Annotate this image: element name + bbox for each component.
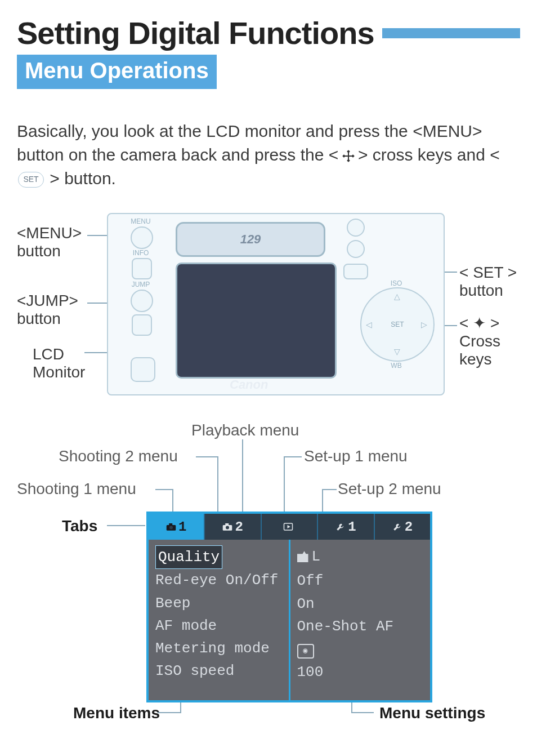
- tab-playback[interactable]: [262, 514, 318, 540]
- label-shooting2-menu: Shooting 2 menu: [59, 447, 178, 465]
- camera-jump-button[interactable]: [131, 290, 153, 312]
- tab-number: 2: [405, 519, 413, 535]
- camera-control-dial[interactable]: SET △ ▽ ◁ ▷: [360, 287, 435, 362]
- camera-play-button[interactable]: [132, 314, 152, 336]
- svg-marker-12: [288, 525, 290, 528]
- cross-keys-icon: [343, 151, 353, 161]
- menu-value: On: [297, 593, 424, 615]
- label-tabs: Tabs: [62, 517, 97, 535]
- camera-menu-button[interactable]: [131, 226, 153, 249]
- menu-value: One-Shot AF: [297, 615, 424, 638]
- menu-item[interactable]: Red-eye On/Off: [155, 569, 282, 592]
- play-icon: [283, 522, 293, 531]
- tab-shooting1[interactable]: 1: [149, 514, 205, 540]
- camera-ael-button[interactable]: [347, 219, 365, 237]
- tab-number: 1: [178, 519, 186, 535]
- camera-icon: [222, 522, 232, 531]
- label-menu-settings: Menu settings: [379, 704, 485, 722]
- label-setup2-menu: Set-up 2 menu: [338, 480, 441, 498]
- menu-item[interactable]: ISO speed: [155, 660, 282, 682]
- label-menu-items: Menu items: [73, 704, 160, 722]
- label-setup1-menu: Set-up 1 menu: [304, 447, 408, 465]
- camera-top-lcd: 129: [176, 222, 325, 257]
- tab-number: 2: [235, 519, 243, 535]
- camera-trash-button[interactable]: [131, 357, 155, 382]
- intro-paragraph: Basically, you look at the LCD monitor a…: [17, 119, 520, 190]
- svg-rect-6: [169, 523, 172, 526]
- menu-screenshot: 1212 QualityRed-eye On/OffBeepAF modeMet…: [146, 512, 432, 702]
- quality-icon: [297, 551, 308, 562]
- set-button-icon: SET: [18, 172, 44, 188]
- menu-settings-column: LOffOnOne-Shot AF◉100: [290, 540, 431, 700]
- camera-brand: Canon: [230, 377, 268, 392]
- svg-point-7: [169, 526, 173, 530]
- menu-item[interactable]: Beep: [155, 592, 282, 615]
- camera-afpt-button[interactable]: [347, 240, 365, 258]
- camera-iso-glyph-label: ISO: [385, 279, 408, 287]
- menu-item[interactable]: Quality: [155, 545, 282, 569]
- menu-value: 100: [297, 661, 424, 683]
- camera-illustration: <MENU> button <JUMP> button LCD Monitor …: [17, 213, 520, 404]
- camera-drive-button[interactable]: [343, 264, 368, 279]
- camera-info-glyph-label: INFO: [129, 249, 152, 257]
- camera-menu-glyph-label: MENU: [129, 217, 152, 225]
- menu-item[interactable]: Metering mode: [155, 637, 282, 660]
- evaluative-metering-icon: ◉: [297, 644, 314, 659]
- tab-setup2[interactable]: 2: [375, 514, 430, 540]
- tab-setup1[interactable]: 1: [318, 514, 374, 540]
- menu-value: L: [297, 545, 424, 570]
- wrench-icon: [392, 522, 402, 531]
- label-playback-menu: Playback menu: [191, 421, 299, 439]
- camera-info-button[interactable]: [132, 258, 152, 279]
- title-accent-bar: [382, 28, 520, 38]
- svg-rect-9: [226, 523, 229, 526]
- camera-jump-glyph-label: JUMP: [129, 281, 152, 288]
- page-title: Setting Digital Functions: [17, 15, 374, 51]
- camera-lcd-screen: [176, 263, 337, 379]
- menu-item[interactable]: AF mode: [155, 615, 282, 637]
- wrench-icon: [335, 522, 346, 531]
- tab-shooting2[interactable]: 2: [205, 514, 261, 540]
- camera-wb-glyph-label: WB: [385, 362, 408, 370]
- menu-value: ◉: [297, 638, 424, 660]
- camera-icon: [166, 522, 176, 531]
- menu-diagram: Playback menu Shooting 2 menu Set-up 1 m…: [17, 421, 520, 756]
- label-shooting1-menu: Shooting 1 menu: [17, 480, 136, 498]
- menu-value: Off: [297, 570, 424, 592]
- section-subheading: Menu Operations: [17, 55, 217, 89]
- tab-row: 1212: [149, 514, 430, 540]
- tab-number: 1: [348, 519, 356, 535]
- menu-items-column: QualityRed-eye On/OffBeepAF modeMetering…: [149, 540, 290, 700]
- svg-point-10: [226, 526, 229, 530]
